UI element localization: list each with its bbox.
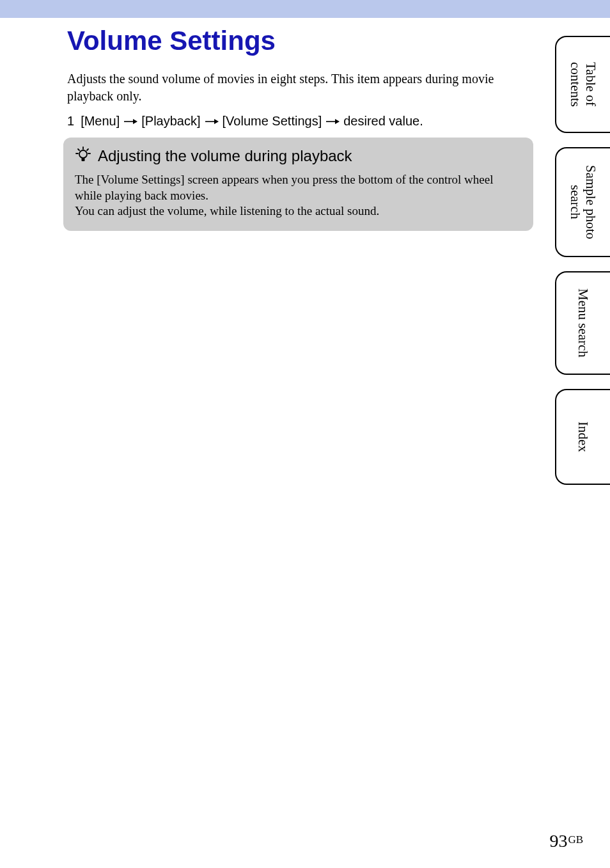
arrow-right-icon <box>122 118 139 125</box>
svg-marker-3 <box>214 119 219 124</box>
page-number-suffix: GB <box>568 833 583 846</box>
svg-line-7 <box>78 149 79 150</box>
tab-label: Sample photosearch <box>568 155 598 249</box>
tip-title: Adjusting the volume during playback <box>98 147 352 165</box>
header-bar <box>0 0 610 18</box>
svg-marker-5 <box>335 119 340 124</box>
tab-label: Index <box>575 411 591 462</box>
svg-line-8 <box>87 149 88 150</box>
page-title: Volume Settings <box>67 26 531 56</box>
arrow-right-icon <box>324 118 341 125</box>
tab-sample-photo-search[interactable]: Sample photosearch <box>555 147 610 257</box>
tab-label: Menu search <box>575 278 591 368</box>
svg-point-11 <box>79 150 87 158</box>
tip-body-line-2: You can adjust the volume, while listeni… <box>75 203 522 219</box>
step-part-volume-settings: [Volume Settings] <box>223 114 322 129</box>
svg-rect-12 <box>82 158 85 161</box>
step-number: 1 <box>67 114 74 129</box>
intro-paragraph: Adjusts the sound volume of movies in ei… <box>67 70 531 105</box>
tab-table-of-contents[interactable]: Table ofcontents <box>555 36 610 133</box>
tab-index[interactable]: Index <box>555 389 610 485</box>
step-part-playback: [Playback] <box>141 114 200 129</box>
tip-body: The [Volume Settings] screen appears whe… <box>75 172 522 219</box>
hint-bulb-icon <box>75 146 91 166</box>
svg-marker-1 <box>133 119 137 124</box>
step-part-menu: [Menu] <box>81 114 120 129</box>
step-instruction: 1 [Menu] [Playback] [Volume Settings] de… <box>67 114 531 129</box>
tip-header: Adjusting the volume during playback <box>75 146 522 166</box>
main-content: Volume Settings Adjusts the sound volume… <box>67 26 531 231</box>
page-number-value: 93 <box>549 831 567 851</box>
arrow-right-icon <box>203 118 220 125</box>
page-number: 93GB <box>549 831 583 851</box>
tip-body-line-1: The [Volume Settings] screen appears whe… <box>75 172 522 203</box>
tip-callout: Adjusting the volume during playback The… <box>63 138 533 231</box>
step-part-desired-value: desired value. <box>343 114 423 129</box>
tab-label: Table ofcontents <box>568 52 598 117</box>
side-tabs: Table ofcontents Sample photosearch Menu… <box>555 36 610 485</box>
tab-menu-search[interactable]: Menu search <box>555 271 610 375</box>
